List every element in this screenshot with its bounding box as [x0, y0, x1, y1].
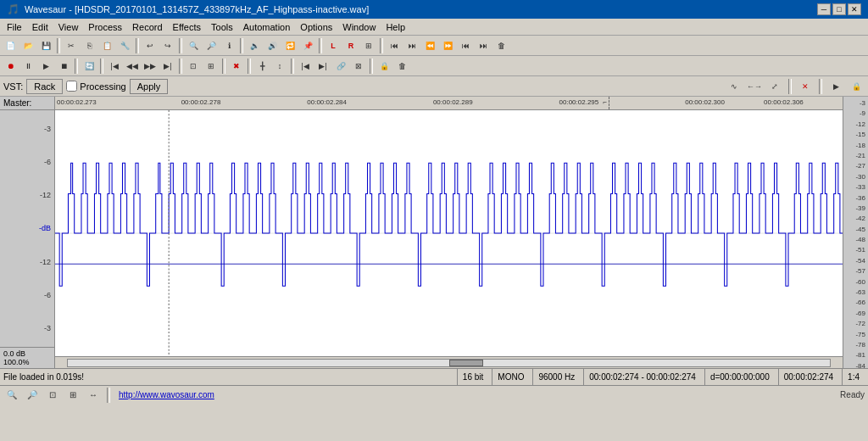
tb-trim[interactable]: 🔧: [116, 37, 133, 54]
zoom-level: 1:4: [842, 369, 865, 385]
vst-sep2: [819, 79, 822, 94]
tb-cut[interactable]: ✂: [63, 37, 80, 54]
tb-sep-t1: [75, 59, 78, 74]
tb-sep-t4: [222, 59, 225, 74]
tb-lock[interactable]: 🔒: [376, 58, 392, 75]
tb-undo[interactable]: ↩: [142, 37, 159, 54]
db-label-neg6b: -6: [44, 290, 51, 300]
scrollbar-track[interactable]: [67, 359, 831, 367]
tb-ch-left[interactable]: |◀: [297, 58, 314, 75]
tool-select[interactable]: 🔍: [3, 387, 20, 404]
tb-marker[interactable]: 📌: [299, 37, 316, 54]
menu-tools[interactable]: Tools: [206, 20, 238, 35]
tb-rw[interactable]: ◀◀: [124, 58, 141, 75]
tb-snap[interactable]: ⊞: [360, 37, 377, 54]
left-panel: Master: -3 -6 -12 -dB -12 -6 -3 0.0 dB 1…: [0, 97, 55, 368]
tb-end2[interactable]: ▶|: [159, 58, 176, 75]
vst-lock2-icon[interactable]: 🔒: [848, 78, 865, 95]
vst-label: VST:: [3, 81, 23, 92]
tb-prev[interactable]: ⏪: [421, 37, 438, 54]
tb-skip-end[interactable]: ⏭: [403, 37, 420, 54]
tool-3[interactable]: ⊡: [44, 387, 61, 404]
tb-beg[interactable]: |◀: [106, 58, 123, 75]
menu-automation[interactable]: Automation: [238, 20, 296, 35]
scrollbar-thumb[interactable]: [449, 360, 483, 366]
close-button[interactable]: ✕: [848, 3, 861, 15]
tb-paste[interactable]: 📋: [98, 37, 115, 54]
tb-cursor[interactable]: ✖: [228, 58, 245, 75]
vst-del-icon[interactable]: ✕: [797, 78, 814, 95]
cursor-marker: [609, 97, 609, 109]
tb-skip-start[interactable]: ⏮: [386, 37, 403, 54]
tb-zoom-all[interactable]: ⊞: [203, 58, 220, 75]
bit-depth: 16 bit: [457, 369, 488, 385]
processing-checkbox[interactable]: [66, 81, 77, 92]
tb-first[interactable]: ⏮: [457, 37, 474, 54]
tb-delete[interactable]: 🗑: [492, 37, 509, 54]
tb-waveR[interactable]: R: [342, 37, 359, 54]
tb-zoom-out[interactable]: 🔎: [203, 37, 220, 54]
tb-vol-down[interactable]: 🔈: [246, 37, 263, 54]
tb-save[interactable]: 💾: [37, 37, 54, 54]
time-marker-0: 00:00:02.273: [57, 98, 97, 106]
tb-sep-1: [57, 38, 60, 53]
tb-arrow[interactable]: ↕: [271, 58, 288, 75]
tb-vol-up[interactable]: 🔊: [264, 37, 281, 54]
tb-open[interactable]: 📂: [19, 37, 36, 54]
apply-button[interactable]: Apply: [130, 79, 169, 94]
tb-info[interactable]: ℹ: [220, 37, 237, 54]
menu-file[interactable]: File: [2, 20, 27, 35]
waveform-svg: [55, 110, 843, 356]
tool-4[interactable]: ⊞: [64, 387, 81, 404]
tb-pause[interactable]: ⏸: [19, 58, 36, 75]
tb-ff[interactable]: ▶▶: [142, 58, 159, 75]
menu-window[interactable]: Window: [337, 20, 381, 35]
sample-rate: 96000 Hz: [532, 369, 580, 385]
tb-zoom-sel[interactable]: ⊡: [185, 58, 202, 75]
tb-new[interactable]: 📄: [2, 37, 19, 54]
db-label-neg3b: -3: [44, 323, 51, 333]
tb-delete2[interactable]: 🗑: [393, 58, 410, 75]
vst-play-icon[interactable]: ▶: [827, 78, 844, 95]
tb-sel-all[interactable]: ⊠: [350, 58, 367, 75]
tb-last[interactable]: ⏭: [475, 37, 492, 54]
tb-loop[interactable]: 🔁: [281, 37, 298, 54]
tb-next[interactable]: ⏩: [439, 37, 456, 54]
menu-process[interactable]: Process: [83, 20, 127, 35]
horizontal-scrollbar[interactable]: [55, 356, 843, 368]
db-label-neg12: -12: [40, 190, 51, 200]
tb-copy[interactable]: ⎘: [81, 37, 97, 54]
menu-help[interactable]: Help: [381, 20, 410, 35]
tb-record[interactable]: ⏺: [2, 58, 19, 75]
tb-sep-t7: [370, 59, 373, 74]
menu-bar: File Edit View Process Record Effects To…: [0, 19, 868, 36]
toolbar-1: 📄 📂 💾 ✂ ⎘ 📋 🔧 ↩ ↪ 🔍 🔎 ℹ 🔈 🔊 🔁 📌 L R ⊞ ⏮ …: [0, 36, 868, 56]
master-label: Master:: [0, 97, 54, 110]
tool-5[interactable]: ↔: [85, 387, 102, 404]
level-fader[interactable]: -3 -6 -12 -dB -12 -6 -3: [0, 110, 54, 347]
time-marker-5: 00:00:02.300: [685, 98, 725, 106]
rack-tab[interactable]: Rack: [26, 79, 63, 94]
tb-ch-right[interactable]: ▶|: [314, 58, 331, 75]
menu-view[interactable]: View: [53, 20, 84, 35]
tb-zoom-in[interactable]: 🔍: [185, 37, 202, 54]
tb-stop[interactable]: ⏹: [55, 58, 72, 75]
tb-ch3[interactable]: 🔗: [332, 58, 349, 75]
tb-redo[interactable]: ↪: [159, 37, 176, 54]
tb-loop2[interactable]: 🔄: [81, 58, 97, 75]
waveform-canvas[interactable]: [55, 110, 843, 356]
minimize-button[interactable]: ─: [817, 3, 831, 15]
vst-ruler-icon[interactable]: ←→: [746, 78, 763, 95]
tb-waveL[interactable]: L: [325, 37, 342, 54]
vst-fit-icon[interactable]: ⤢: [766, 78, 783, 95]
menu-edit[interactable]: Edit: [27, 20, 53, 35]
tb-play[interactable]: ▶: [37, 58, 54, 75]
tb-cross[interactable]: ╋: [253, 58, 270, 75]
website-link[interactable]: http://www.wavosaur.com: [115, 390, 218, 399]
menu-options[interactable]: Options: [295, 20, 337, 35]
tool-zoom[interactable]: 🔎: [24, 387, 41, 404]
vst-wave-icon[interactable]: ∿: [726, 78, 743, 95]
menu-record[interactable]: Record: [127, 20, 167, 35]
maximize-button[interactable]: □: [832, 3, 846, 15]
menu-effects[interactable]: Effects: [168, 20, 206, 35]
